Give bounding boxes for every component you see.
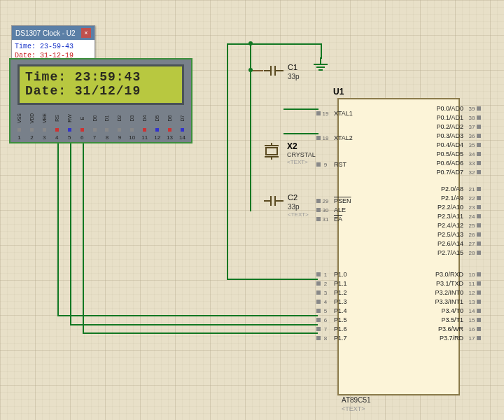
x2-value: CRYSTAL: [287, 151, 316, 158]
mcu-pin-p2-7-a15: 28P2.7/A15: [425, 249, 481, 256]
lcd-pin-d3: D310: [126, 113, 138, 141]
mcu-pin-p1-4: 5P1.4: [316, 307, 367, 314]
c1-value: 33p: [288, 73, 300, 80]
lcd-line-1: Time: 23:59:43: [25, 70, 176, 84]
mcu-pin-ea: 31EA: [316, 216, 367, 223]
mcu-pin-p1-7: 8P1.7: [316, 335, 367, 342]
mcu-pin-p0-6-ad6: 33P0.6/AD6: [425, 160, 481, 167]
mcu-ref: U1: [333, 87, 344, 97]
mcu-pin-ale: 30ALE: [316, 206, 367, 214]
lcd-pin-vee: VEE3: [38, 113, 50, 141]
mcu-pin-p3-6-wr: 16P3.6/WR: [425, 326, 481, 332]
debug-time-value: 23-59-43: [40, 43, 74, 50]
debug-titlebar[interactable]: DS1307 Clock - U2 ×: [12, 26, 94, 40]
wire: [227, 43, 322, 45]
lcd-pin-d5: D512: [151, 113, 163, 141]
close-icon[interactable]: ×: [81, 28, 91, 38]
x2-text: <TEXT>: [287, 159, 308, 165]
debug-title: DS1307 Clock - U2: [15, 29, 76, 37]
mcu-pin-p3-7-rd: 17P3.7/RD: [425, 335, 481, 342]
mcu-pin-xtal1: 19XTAL1: [316, 110, 367, 117]
svg-rect-6: [266, 148, 277, 155]
lcd-pin-e: E6: [76, 113, 88, 141]
mcu-pin-p1-0: 1P1.0: [316, 271, 367, 278]
capacitor-c2[interactable]: C2 33p <TEXT>: [264, 196, 284, 209]
lcd-pin-d1: D18: [101, 113, 113, 141]
c1-label: C1: [288, 63, 298, 71]
mcu-pin-p0-3-ad3: 36P0.3/AD3: [425, 132, 481, 139]
lcd-pin-vdd: VDD2: [26, 113, 38, 141]
crystal-x2[interactable]: X2 CRYSTAL <TEXT>: [259, 143, 284, 162]
wire: [284, 133, 318, 134]
wire: [284, 108, 318, 110]
wire: [227, 279, 318, 280]
mcu-pin-p0-1-ad1: 38P0.1/AD1: [425, 114, 481, 121]
lcd-pin-d0: D07: [89, 113, 101, 141]
mcu-text: <TEXT>: [342, 405, 365, 412]
mcu-pin-p2-5-a13: 26P2.5/A13: [425, 231, 481, 238]
wire: [70, 144, 71, 324]
lcd-module[interactable]: Time: 23:59:43 Date: 31/12/19 VSS1VDD2VE…: [9, 58, 192, 144]
lcd-pin-d4: D411: [139, 113, 150, 141]
lcd-pin-rw: RW5: [64, 113, 76, 141]
ground-icon: [312, 57, 329, 74]
mcu-pin-p2-3-a11: 24P2.3/A11: [425, 213, 481, 220]
lcd-pin-vss: VSS1: [13, 113, 25, 141]
mcu-pin-p2-2-a10: 23P2.2/A10: [425, 204, 481, 211]
wire: [321, 43, 322, 59]
wire-node: [248, 68, 253, 72]
mcu-pin-p2-1-a9: 22P2.1/A9: [425, 195, 481, 202]
mcu-pin-xtal2: 18XTAL2: [316, 134, 367, 141]
lcd-pin-d6: D613: [164, 113, 176, 141]
mcu-pin-p3-1-txd: 11P3.1/TXD: [425, 280, 481, 287]
debug-window[interactable]: DS1307 Clock - U2 × Time: 23-59-43 Date:…: [11, 25, 95, 63]
wire: [227, 43, 228, 280]
mcu-pin-p1-3: 4P1.3: [316, 298, 367, 305]
wire: [70, 324, 318, 326]
wire: [57, 315, 318, 316]
lcd-screen: Time: 23:59:43 Date: 31/12/19: [18, 64, 184, 105]
lcd-pin-rs: RS4: [51, 113, 63, 141]
c2-label: C2: [288, 193, 298, 202]
wire: [83, 332, 318, 334]
lcd-pins: VSS1VDD2VEE3RS4RW5E6D07D18D29D310D411D51…: [13, 113, 188, 141]
mcu-pin-p2-6-a14: 27P2.6/A14: [425, 240, 481, 247]
mcu-pin-p3-0-rxd: 10P3.0/RXD: [425, 271, 481, 278]
mcu-pin-p1-6: 7P1.6: [316, 326, 367, 332]
mcu-pin-p2-0-a8: 21P2.0/A8: [425, 186, 481, 192]
mcu-pin-p3-5-t1: 15P3.5/T1: [425, 316, 481, 323]
mcu-pin-psen: 29PSEN: [316, 197, 367, 204]
x2-label: X2: [287, 141, 298, 151]
c2-text: <TEXT>: [288, 211, 309, 218]
wire: [83, 144, 84, 332]
mcu-pin-p3-2-int0: 12P3.2/INT0: [425, 289, 481, 296]
mcu-pin-p1-5: 6P1.5: [316, 316, 367, 323]
mcu-pin-p0-0-ad0: 39P0.0/AD0: [425, 105, 481, 112]
mcu-pin-p2-4-a12: 25P2.4/A12: [425, 222, 481, 229]
mcu-pin-p0-7-ad7: 32P0.7/AD7: [425, 169, 481, 176]
debug-time-label: Time:: [15, 43, 36, 50]
mcu-at89c51[interactable]: U1 AT89C51 <TEXT> 19XTAL118XTAL29RST29PS…: [337, 98, 460, 396]
mcu-pin-p3-3-int1: 13P3.3/INT1: [425, 298, 481, 305]
mcu-pin-p0-5-ad5: 34P0.5/AD5: [425, 150, 481, 158]
mcu-pin-p1-2: 3P1.2: [316, 289, 367, 296]
lcd-line-2: Date: 31/12/19: [25, 84, 176, 98]
mcu-pin-p0-4-ad4: 35P0.4/AD4: [425, 141, 481, 148]
mcu-pin-p3-4-t0: 14P3.4/T0: [425, 307, 481, 314]
lcd-pin-d2: D29: [113, 113, 125, 141]
wire: [57, 144, 59, 315]
mcu-pin-rst: 9RST: [316, 161, 367, 168]
c2-value: 33p: [288, 203, 300, 211]
mcu-pin-p1-1: 2P1.1: [316, 280, 367, 287]
mcu-pin-p0-2-ad2: 37P0.2/AD2: [425, 123, 481, 130]
mcu-part: AT89C51: [342, 396, 371, 404]
capacitor-c1[interactable]: C1 33p: [264, 66, 284, 78]
wire-node: [248, 41, 253, 46]
lcd-pin-d7: D714: [176, 113, 188, 141]
